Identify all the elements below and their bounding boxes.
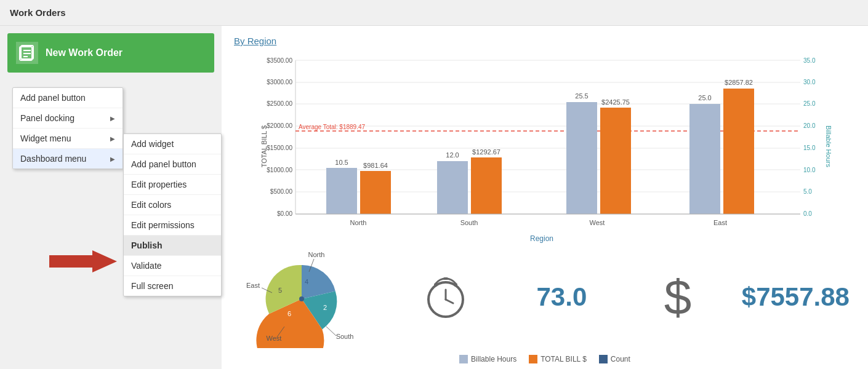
clock-icon [421, 272, 470, 322]
menu-item-edit-colors[interactable]: Edit colors [124, 195, 221, 215]
legend-count-label: Count [611, 355, 630, 363]
south-billable-bar [437, 161, 468, 214]
app-container: Work Orders New Work Order [0, 0, 868, 369]
west-bill-bar [600, 108, 631, 214]
svg-text:10.0: 10.0 [803, 167, 816, 173]
menu-item-edit-permissions[interactable]: Edit permissions [124, 215, 221, 236]
svg-text:4: 4 [305, 278, 308, 285]
svg-text:$3500.00: $3500.00 [267, 57, 292, 64]
svg-text:$500.00: $500.00 [270, 188, 293, 195]
y-axis-right-label: Billable Hours [825, 125, 832, 167]
x-axis-label: Region [265, 234, 819, 243]
menu-item-add-panel-button[interactable]: Add panel button [13, 88, 123, 108]
svg-text:25.5: 25.5 [575, 92, 588, 100]
svg-text:5: 5 [278, 287, 282, 294]
svg-text:East: East [713, 219, 727, 226]
dollar-stat-box: $7557.88 [742, 282, 850, 312]
svg-text:$1500.00: $1500.00 [267, 145, 292, 151]
menu-item-dashboard-menu[interactable]: Dashboard menu ▶ [13, 149, 123, 169]
main-area: New Work Order Add panel button Panel do… [0, 26, 868, 369]
west-billable-bar [566, 102, 597, 214]
svg-text:South: South [460, 219, 478, 226]
chevron-right-icon: ▶ [110, 135, 115, 142]
legend-total-bill: TOTAL BILL $ [529, 355, 587, 363]
east-billable-bar [689, 104, 720, 214]
arrow-indicator [49, 250, 117, 272]
svg-text:North: North [350, 219, 367, 226]
clock-stat-box [394, 272, 497, 322]
svg-text:$3000.00: $3000.00 [267, 79, 292, 85]
context-menu-level1: Add panel button Panel docking ▶ Widget … [12, 87, 123, 169]
chart-area: By Region TOTAL BILL $ Billable Hours [222, 26, 868, 369]
svg-point-62 [434, 283, 438, 287]
menu-item-panel-docking[interactable]: Panel docking ▶ [13, 108, 123, 129]
svg-marker-5 [49, 250, 117, 272]
legend-bill-label: TOTAL BILL $ [540, 355, 587, 363]
count-value: 73.0 [537, 282, 587, 312]
svg-text:$0.00: $0.00 [277, 210, 292, 217]
svg-text:North: North [308, 251, 325, 258]
new-work-order-label: New Work Order [46, 47, 123, 58]
legend-bill-color [529, 355, 537, 363]
menu-item-publish[interactable]: Publish [124, 236, 221, 256]
svg-text:2: 2 [323, 304, 327, 311]
svg-line-61 [446, 300, 453, 303]
menu-item-widget-menu[interactable]: Widget menu ▶ [13, 129, 123, 149]
dollar-sign-icon: $ [653, 272, 702, 322]
svg-text:South: South [336, 333, 354, 340]
svg-text:12.0: 12.0 [446, 151, 459, 159]
south-bill-bar [471, 157, 502, 214]
context-menu-level2: Add widget Add panel button Edit propert… [123, 133, 222, 296]
svg-text:West: West [267, 335, 282, 342]
chart-title: By Region [234, 36, 856, 46]
legend-billable-label: Billable Hours [471, 355, 516, 363]
svg-text:25.0: 25.0 [803, 100, 816, 107]
svg-text:6: 6 [287, 310, 291, 317]
svg-text:15.0: 15.0 [803, 145, 816, 151]
svg-text:$2857.82: $2857.82 [725, 79, 753, 86]
svg-text:$2000.00: $2000.00 [267, 122, 292, 129]
east-bill-bar [723, 89, 754, 214]
sidebar: New Work Order Add panel button Panel do… [0, 26, 222, 369]
svg-text:$2500.00: $2500.00 [267, 100, 292, 107]
new-work-order-icon [16, 42, 38, 64]
svg-text:20.0: 20.0 [803, 122, 816, 129]
north-bill-bar [360, 171, 391, 214]
svg-text:West: West [590, 219, 605, 226]
legend-billable-hours: Billable Hours [459, 355, 516, 363]
svg-text:10.5: 10.5 [335, 159, 348, 166]
y-axis-left-label: TOTAL BILL $ [260, 125, 268, 167]
dollar-icon-box: $ [626, 272, 729, 322]
menu-item-add-panel-button-2[interactable]: Add panel button [124, 154, 221, 175]
legend-count: Count [599, 355, 630, 363]
menu-item-full-screen[interactable]: Full screen [124, 276, 221, 296]
svg-text:35.0: 35.0 [803, 57, 816, 64]
chart-legend: Billable Hours TOTAL BILL $ Count [234, 352, 856, 366]
svg-text:$: $ [664, 272, 691, 322]
svg-text:0.0: 0.0 [803, 210, 812, 217]
menu-item-edit-properties[interactable]: Edit properties [124, 175, 221, 195]
menu-item-validate[interactable]: Validate [124, 256, 221, 276]
legend-count-color [599, 355, 608, 363]
svg-rect-64 [443, 277, 448, 280]
svg-text:$2425.75: $2425.75 [601, 98, 630, 106]
svg-text:Average Total: $1889.47: Average Total: $1889.47 [299, 124, 365, 130]
menu-item-add-widget[interactable]: Add widget [124, 134, 221, 154]
bottom-widgets: 4 2 6 5 North South West East [234, 242, 856, 352]
svg-point-46 [299, 296, 304, 301]
pie-chart-container: 4 2 6 5 North South West East [240, 244, 382, 351]
svg-text:$981.64: $981.64 [363, 162, 388, 169]
app-title: Work Orders [0, 0, 868, 26]
new-work-order-button[interactable]: New Work Order [7, 33, 214, 73]
svg-text:$1292.67: $1292.67 [472, 148, 500, 156]
legend-billable-color [459, 355, 468, 363]
chevron-right-icon: ▶ [110, 156, 115, 162]
svg-text:$1000.00: $1000.00 [267, 167, 292, 173]
dollar-value: $7557.88 [742, 282, 850, 312]
count-stat-box: 73.0 [510, 282, 613, 312]
chevron-right-icon: ▶ [110, 115, 115, 122]
svg-line-54 [326, 327, 336, 336]
pie-chart-svg: 4 2 6 5 North South West East [240, 244, 376, 348]
svg-text:East: East [246, 282, 260, 289]
north-billable-bar [326, 168, 357, 214]
